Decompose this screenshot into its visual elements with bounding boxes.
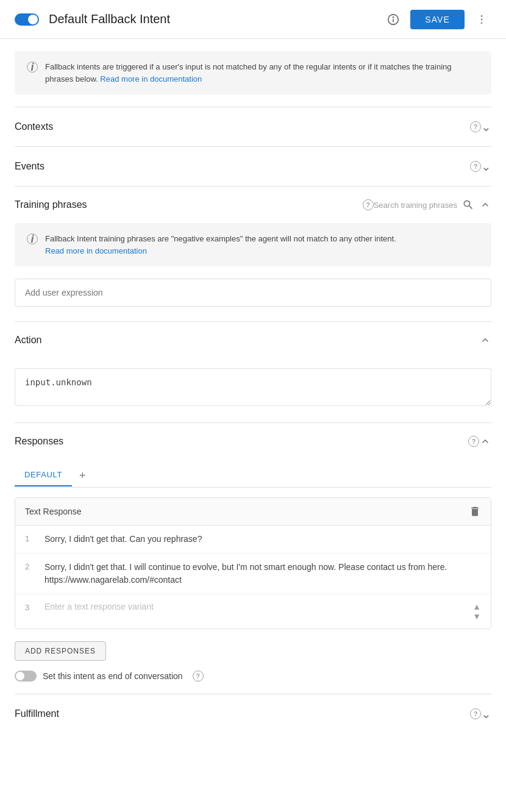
response-row-3[interactable]: 3 Enter a text response variant ▲ ▼ — [15, 594, 491, 629]
action-section: Action input.unknown — [15, 321, 491, 422]
add-tab-button[interactable]: + — [72, 465, 93, 487]
action-title: Action — [15, 335, 479, 346]
fulfillment-section: Fulfillment ? ⌄ — [15, 694, 491, 733]
training-info-icon: i — [27, 233, 38, 244]
search-area: Search training phrases — [374, 199, 491, 211]
events-chevron-icon: ⌄ — [481, 159, 491, 174]
action-input[interactable]: input.unknown — [15, 368, 491, 406]
fulfillment-help-icon[interactable]: ? — [470, 708, 481, 719]
training-phrases-section: Training phrases ? Search training phras… — [15, 186, 491, 321]
fulfillment-chevron-icon: ⌄ — [481, 707, 491, 721]
response-row-1: 1 Sorry, I didn't get that. Can you reph… — [15, 525, 491, 554]
training-info-text: Fallback Intent training phrases are "ne… — [45, 233, 396, 257]
action-header[interactable]: Action — [15, 322, 491, 358]
page-title: Default Fallback Intent — [49, 12, 383, 26]
text-response-title: Text Response — [25, 507, 82, 516]
action-chevron-up-icon — [479, 334, 491, 346]
events-section: Events ? ⌄ — [15, 146, 491, 186]
responses-tabs: DEFAULT + — [15, 460, 491, 488]
training-title-group: Training phrases ? — [15, 199, 374, 210]
training-phrases-title: Training phrases — [15, 199, 359, 210]
svg-point-3 — [481, 15, 483, 16]
add-user-expression-input[interactable] — [15, 279, 491, 307]
delete-text-response-button[interactable] — [469, 505, 481, 518]
fulfillment-title: Fulfillment — [15, 708, 466, 719]
info-icon: i — [27, 62, 38, 73]
end-conversation-row: Set this intent as end of conversation ? — [15, 671, 491, 682]
tab-default[interactable]: DEFAULT — [15, 465, 72, 486]
end-conversation-help-icon[interactable]: ? — [193, 671, 204, 682]
responses-section: Responses ? DEFAULT + Text Response 1 So… — [15, 422, 491, 682]
main-content: i Fallback intents are triggered if a us… — [0, 51, 506, 733]
contexts-chevron-icon: ⌄ — [481, 119, 491, 134]
header: Default Fallback Intent SAVE — [0, 0, 506, 39]
response-row-2: 2 Sorry, I didn't get that. I will conti… — [15, 554, 491, 594]
end-conversation-toggle[interactable] — [15, 671, 37, 682]
training-phrases-help-icon[interactable]: ? — [363, 199, 374, 210]
text-response-header: Text Response — [15, 498, 491, 525]
text-response-card: Text Response 1 Sorry, I didn't get that… — [15, 497, 491, 629]
banner-text: Fallback intents are triggered if a user… — [45, 61, 479, 85]
more-options-button[interactable] — [472, 10, 491, 29]
banner-docs-link[interactable]: Read more in documentation — [100, 74, 202, 84]
svg-point-5 — [481, 22, 483, 24]
events-title: Events — [15, 161, 466, 172]
save-button[interactable]: SAVE — [410, 10, 465, 29]
contexts-title: Contexts — [15, 121, 466, 132]
events-help-icon[interactable]: ? — [470, 161, 481, 172]
responses-chevron-up-icon — [479, 435, 491, 447]
contexts-header[interactable]: Contexts ? ⌄ — [15, 107, 491, 146]
events-header[interactable]: Events ? ⌄ — [15, 147, 491, 186]
fallback-info-banner: i Fallback intents are triggered if a us… — [15, 51, 491, 94]
header-actions: SAVE — [383, 10, 491, 29]
training-phrases-header: Training phrases ? Search training phras… — [15, 187, 491, 223]
add-responses-button[interactable]: ADD RESPONSES — [15, 641, 106, 661]
training-phrases-chevron-up-icon[interactable] — [479, 199, 491, 211]
fulfillment-header[interactable]: Fulfillment ? ⌄ — [15, 694, 491, 733]
training-docs-link[interactable]: Read more in documentation — [45, 246, 147, 255]
contexts-help-icon[interactable]: ? — [470, 121, 481, 132]
search-icon[interactable] — [462, 199, 474, 211]
search-placeholder-text: Search training phrases — [374, 201, 457, 210]
intent-toggle[interactable] — [15, 13, 39, 26]
responses-title: Responses — [15, 436, 465, 447]
responses-help-icon[interactable]: ? — [468, 436, 479, 447]
contexts-section: Contexts ? ⌄ — [15, 107, 491, 146]
info-button[interactable] — [383, 10, 403, 29]
training-phrases-info-box: i Fallback Intent training phrases are "… — [15, 223, 491, 266]
responses-header[interactable]: Responses ? — [15, 423, 491, 460]
row-arrows: ▲ ▼ — [472, 602, 481, 621]
svg-point-4 — [481, 18, 483, 20]
end-conversation-label: Set this intent as end of conversation — [43, 671, 183, 681]
